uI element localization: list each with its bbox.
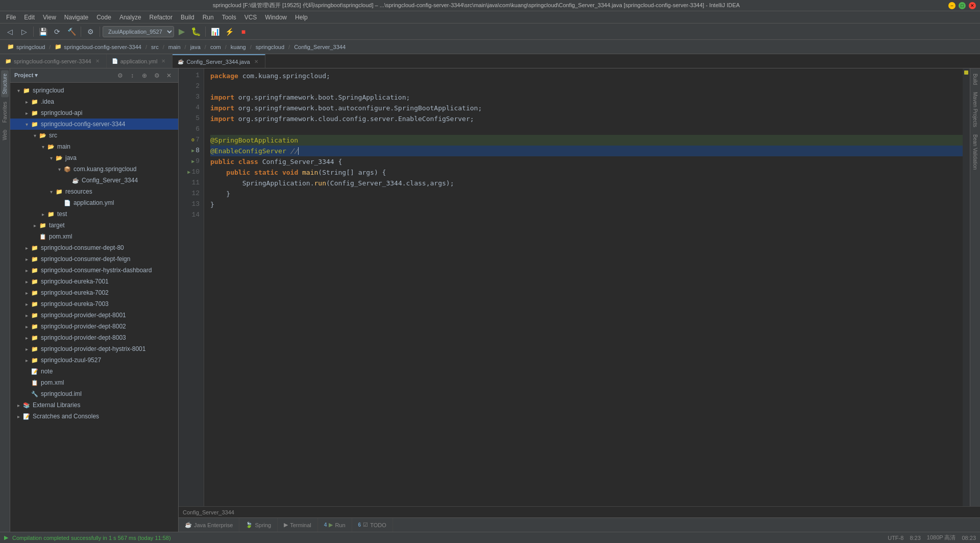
menu-edit[interactable]: Edit <box>20 13 39 22</box>
bottom-tab-java-enterprise[interactable]: ☕ Java Enterprise <box>179 518 239 532</box>
file-tab-config-server[interactable]: 📁 springcloud-config-server-3344 ✕ <box>0 54 107 68</box>
toolbar-settings-button[interactable]: ⚙ <box>84 25 97 38</box>
tree-item-idea[interactable]: 📁 .idea <box>10 96 178 107</box>
tree-item-config-class[interactable]: ☕ Config_Server_3344 <box>10 175 178 186</box>
right-tab-maven[interactable]: Maven Projects <box>971 89 979 130</box>
breadcrumb-main[interactable]: main <box>165 43 184 51</box>
breadcrumb-module[interactable]: 📁 springcloud-config-server-3344 <box>52 42 144 51</box>
menu-run[interactable]: Run <box>199 13 218 22</box>
tree-item-module-pom[interactable]: 📋 pom.xml <box>10 231 178 242</box>
left-tab-favorites[interactable]: Favorites <box>1 99 9 126</box>
tree-item-external-libs[interactable]: 📚 External Libraries <box>10 399 178 411</box>
file-tab-close[interactable]: ✕ <box>94 58 101 65</box>
tree-item-provider-8003[interactable]: 📁 springcloud-provider-dept-8003 <box>10 332 178 343</box>
breadcrumb-project[interactable]: 📁 springcloud <box>4 42 48 51</box>
tree-item-main[interactable]: 📂 main <box>10 141 178 152</box>
tree-item-provider-hystrix-8001[interactable]: 📁 springcloud-provider-dept-hystrix-8001 <box>10 343 178 355</box>
maximize-button[interactable]: □ <box>959 2 966 9</box>
debug-button[interactable]: 🐛 <box>189 25 203 38</box>
run-button[interactable]: ▶ <box>175 25 188 38</box>
code-line-7: @SpringBootApplication <box>210 135 963 146</box>
project-toolbar-close[interactable]: ✕ <box>164 70 174 81</box>
breadcrumb-config-server[interactable]: Config_Server_3344 <box>291 43 349 51</box>
tree-item-eureka-7002[interactable]: 📁 springcloud-eureka-7002 <box>10 287 178 298</box>
right-gutter <box>963 68 970 506</box>
breadcrumb-springcloud[interactable]: springcloud <box>253 43 287 51</box>
toolbar-forward-button[interactable]: ▷ <box>17 25 31 38</box>
toolbar-sync-button[interactable]: ⟳ <box>51 25 64 38</box>
menu-vcs[interactable]: VCS <box>240 13 261 22</box>
tree-arrow <box>22 244 31 252</box>
tree-arrow <box>22 109 31 117</box>
bottom-tab-spring[interactable]: 🍃 Spring <box>239 518 278 532</box>
run-icon: ▶ <box>329 522 333 528</box>
minimize-button[interactable]: – <box>948 2 955 9</box>
menu-navigate[interactable]: Navigate <box>60 13 92 22</box>
menu-window[interactable]: Window <box>261 13 291 22</box>
bottom-tab-run[interactable]: 4 ▶ Run <box>318 518 352 532</box>
tree-item-root-pom[interactable]: 📋 pom.xml <box>10 377 178 388</box>
menu-tools[interactable]: Tools <box>218 13 240 22</box>
menu-refactor[interactable]: Refactor <box>145 13 177 22</box>
code-editor[interactable]: package com.kuang.springcloud; import or… <box>204 68 963 506</box>
status-encoding[interactable]: UTF-8 <box>888 535 903 541</box>
bottom-tab-todo[interactable]: 6 ☑ TODO <box>352 518 393 532</box>
left-tab-web[interactable]: Web <box>1 127 9 143</box>
tree-item-package[interactable]: 📦 com.kuang.springcloud <box>10 163 178 175</box>
tree-item-consumer-dept-80[interactable]: 📁 springcloud-consumer-dept-80 <box>10 242 178 253</box>
tree-item-src[interactable]: 📂 src <box>10 130 178 141</box>
tree-item-note[interactable]: 📝 note <box>10 366 178 377</box>
breadcrumb-java[interactable]: java <box>187 43 204 51</box>
tree-item-consumer-feign[interactable]: 📁 springcloud-consumer-dept-feign <box>10 253 178 265</box>
close-button[interactable]: ✕ <box>969 2 976 9</box>
tree-item-scratches[interactable]: 📝 Scratches and Consoles <box>10 411 178 422</box>
toolbar-coverage-button[interactable]: 📊 <box>208 25 222 38</box>
window-title: springcloud [F:\级管理\西开 [19525] 代码\spring… <box>4 2 948 9</box>
tree-item-api[interactable]: 📁 springcloud-api <box>10 107 178 119</box>
left-tab-structure[interactable]: Structure <box>1 70 9 98</box>
java-folder-icon: 📂 <box>55 154 63 162</box>
tree-item-zuul-9527[interactable]: 📁 springcloud-zuul-9527 <box>10 355 178 366</box>
toolbar-profile-button[interactable]: ⚡ <box>223 25 236 38</box>
menu-help[interactable]: Help <box>291 13 312 22</box>
file-tab-close-yml[interactable]: ✕ <box>160 58 167 65</box>
right-tab-validation[interactable]: Bean Validation <box>971 131 979 173</box>
tree-item-eureka-7001[interactable]: 📁 springcloud-eureka-7001 <box>10 276 178 287</box>
file-tab-close-java[interactable]: ✕ <box>253 58 260 65</box>
toolbar-save-button[interactable]: 💾 <box>36 25 50 38</box>
bottom-tab-terminal[interactable]: ▶ Terminal <box>278 518 318 532</box>
project-toolbar-settings[interactable]: ⚙ <box>115 70 125 81</box>
tree-item-provider-8002[interactable]: 📁 springcloud-provider-dept-8002 <box>10 321 178 332</box>
toolbar-build-button[interactable]: 🔨 <box>65 25 78 38</box>
project-toolbar-expand[interactable]: ↕ <box>127 70 137 81</box>
tree-item-test[interactable]: 📁 test <box>10 208 178 220</box>
tree-item-resources[interactable]: 📁 resources <box>10 186 178 197</box>
tree-item-target[interactable]: 📁 target <box>10 220 178 231</box>
breadcrumb-src[interactable]: src <box>148 43 162 51</box>
project-toolbar-gear[interactable]: ⚙ <box>152 70 162 81</box>
tree-item-config-server[interactable]: 📁 springcloud-config-server-3344 <box>10 119 178 130</box>
tree-item-eureka-7003[interactable]: 📁 springcloud-eureka-7003 <box>10 298 178 310</box>
file-tab-configserver-java[interactable]: ☕ Config_Server_3344.java ✕ <box>173 54 265 68</box>
menu-code[interactable]: Code <box>92 13 115 22</box>
tree-item-iml[interactable]: 🔧 springcloud.iml <box>10 388 178 399</box>
tree-item-java-folder[interactable]: 📂 java <box>10 152 178 163</box>
right-tab-build[interactable]: Build <box>971 70 979 88</box>
file-tab-appyml[interactable]: 📄 application.yml ✕ <box>107 54 173 68</box>
breadcrumb-kuang[interactable]: kuang <box>228 43 249 51</box>
tree-item-springcloud[interactable]: 📁 springcloud <box>10 85 178 96</box>
breadcrumb-com[interactable]: com <box>207 43 224 51</box>
toolbar-back-button[interactable]: ◁ <box>3 25 16 38</box>
tree-item-consumer-hystrix[interactable]: 📁 springcloud-consumer-hystrix-dashboard <box>10 265 178 276</box>
tree-item-provider-8001[interactable]: 📁 springcloud-provider-dept-8001 <box>10 310 178 321</box>
menu-file[interactable]: File <box>2 13 20 22</box>
menu-analyze[interactable]: Analyze <box>115 13 145 22</box>
project-toolbar-collapse[interactable]: ⊕ <box>139 70 150 81</box>
editor-footer-filename: Config_Server_3344 <box>183 509 234 515</box>
menu-build[interactable]: Build <box>177 13 199 22</box>
toolbar-stop-button[interactable]: ■ <box>237 25 250 38</box>
run-config-select[interactable]: ZuulApplication_9527 <box>103 26 174 37</box>
line-number-10: ▶ 10 <box>181 167 200 178</box>
menu-view[interactable]: View <box>39 13 60 22</box>
tree-item-appyml[interactable]: 📄 application.yml <box>10 197 178 208</box>
